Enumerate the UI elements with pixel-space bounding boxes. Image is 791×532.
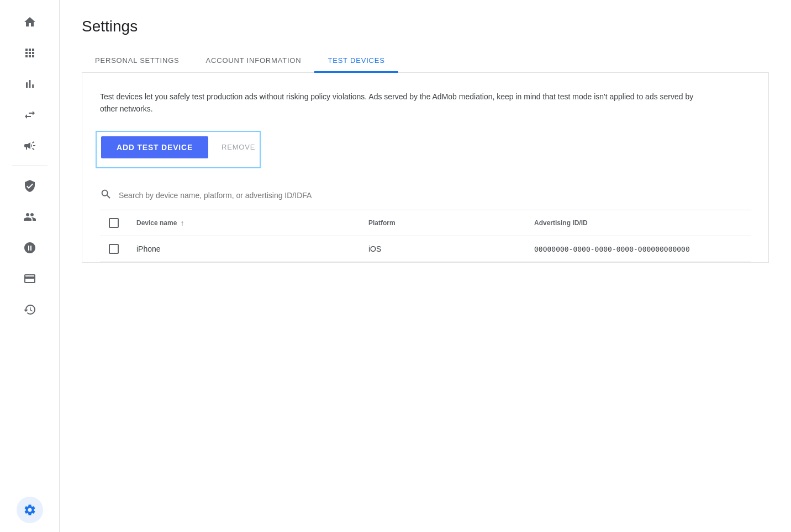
tab-account-information[interactable]: ACCOUNT INFORMATION (193, 49, 315, 72)
devices-table: Device name ↑ Platform Advertising ID/ID (100, 210, 751, 262)
search-icon (100, 188, 112, 203)
ads-icon[interactable] (17, 132, 43, 159)
history-icon[interactable] (17, 296, 43, 323)
user-management-icon[interactable] (17, 204, 43, 230)
remove-button[interactable]: REMOVE (222, 136, 255, 158)
apps-grid-icon[interactable] (17, 40, 43, 66)
payments-icon[interactable] (17, 265, 43, 292)
tab-personal-settings[interactable]: PERSONAL SETTINGS (82, 49, 193, 72)
device-name-cell: iPhone (128, 236, 360, 262)
action-bar: ADD TEST DEVICE REMOVE (96, 131, 261, 168)
divider-1 (12, 166, 47, 166)
search-bar (100, 182, 751, 210)
header-advertising-id: Advertising ID/ID (525, 210, 751, 236)
page-title: Settings (82, 18, 769, 35)
row-checkbox[interactable] (109, 244, 119, 254)
header-device-name[interactable]: Device name ↑ (128, 210, 360, 236)
policy-icon[interactable] (17, 173, 43, 199)
content-panel: Test devices let you safely test product… (82, 73, 769, 263)
bar-chart-icon[interactable] (17, 71, 43, 97)
select-all-checkbox[interactable] (109, 218, 119, 228)
table-header-row: Device name ↑ Platform Advertising ID/ID (100, 210, 751, 236)
row-checkbox-cell (100, 236, 128, 262)
add-test-device-button[interactable]: ADD TEST DEVICE (101, 136, 208, 158)
search-input[interactable] (119, 191, 751, 200)
header-platform[interactable]: Platform (360, 210, 525, 236)
blocking-icon[interactable] (17, 235, 43, 261)
tab-test-devices[interactable]: TEST DEVICES (314, 49, 398, 72)
sort-arrow-icon: ↑ (180, 219, 184, 227)
description-text: Test devices let you safely test product… (100, 91, 708, 115)
header-checkbox-cell (100, 210, 128, 236)
settings-icon[interactable] (17, 497, 43, 523)
advertising-id-cell: 00000000-0000-0000-0000-000000000000 (525, 236, 751, 262)
platform-cell: iOS (360, 236, 525, 262)
sidebar (0, 0, 60, 532)
table-row: iPhone iOS 00000000-0000-0000-0000-00000… (100, 236, 751, 262)
home-icon[interactable] (17, 9, 43, 35)
mediation-icon[interactable] (17, 102, 43, 128)
advertising-id-value: 00000000-0000-0000-0000-000000000000 (534, 245, 690, 253)
tabs-container: PERSONAL SETTINGS ACCOUNT INFORMATION TE… (82, 49, 769, 73)
main-content: Settings PERSONAL SETTINGS ACCOUNT INFOR… (60, 0, 791, 532)
